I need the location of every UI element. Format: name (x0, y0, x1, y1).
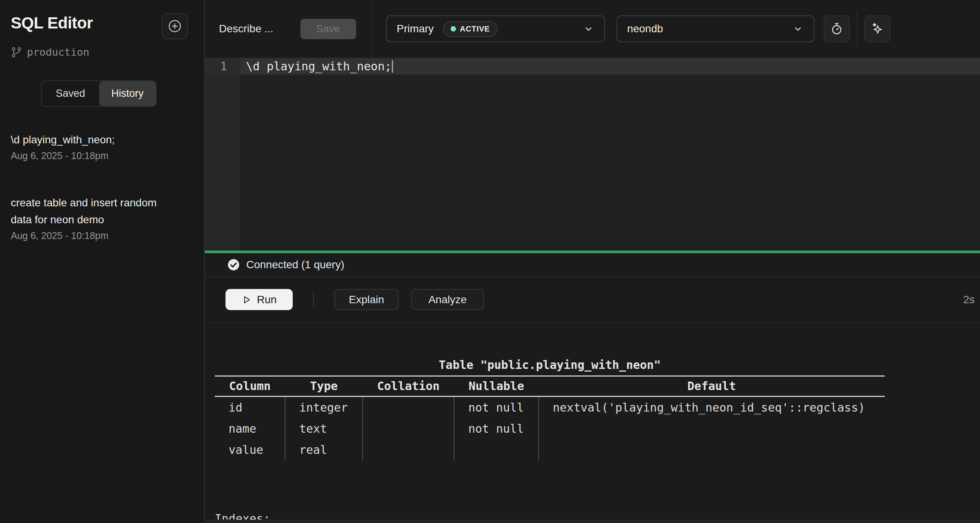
new-query-button[interactable] (162, 13, 188, 39)
toolbar-divider (371, 0, 372, 58)
play-icon (242, 295, 252, 305)
action-bar-divider (313, 292, 314, 307)
chevron-down-icon (792, 23, 804, 35)
result-table: Column Type Collation Nullable Default i… (215, 375, 885, 460)
query-history-button[interactable] (824, 15, 850, 42)
git-branch-icon (11, 46, 22, 58)
app-window: SQL Editor (0, 0, 980, 523)
result-table-title: Table "public.playing_with_neon" (215, 354, 885, 375)
action-bar: Run Explain Analyze 2s (205, 277, 980, 323)
main-panel: Describe ... Save Primary ACTIVE neondb (205, 0, 980, 523)
cell (454, 439, 539, 460)
editor-gutter (205, 58, 240, 251)
horizontal-scrollbar-track (205, 520, 980, 523)
tab-history[interactable]: History (99, 81, 156, 106)
cell: text (285, 418, 363, 439)
branch-select-value: Primary (397, 23, 434, 35)
toolbar-divider (857, 11, 857, 46)
cell (539, 418, 885, 439)
save-button[interactable]: Save (300, 19, 356, 39)
sidebar-header: SQL Editor (11, 14, 193, 39)
chevron-down-icon (583, 23, 594, 35)
column-header: Nullable (454, 376, 539, 397)
toolbar: Describe ... Save Primary ACTIVE neondb (205, 0, 980, 58)
page-title: SQL Editor (11, 14, 93, 32)
column-header: Collation (363, 376, 454, 397)
connection-status-text: Connected (1 query) (246, 259, 344, 271)
history-item[interactable]: create table and insert random data for … (11, 194, 193, 241)
history-item-title: create table and insert random data for … (11, 194, 180, 228)
sparkles-icon (870, 22, 885, 36)
cell: name (215, 418, 285, 439)
cell (363, 418, 454, 439)
branch-select[interactable]: Primary ACTIVE (386, 15, 605, 42)
cell: id (215, 397, 285, 418)
table-row: id integer not null nextval('playing_wit… (215, 397, 885, 418)
history-item-title: \d playing_with_neon; (11, 131, 180, 148)
query-duration: 2s (963, 294, 976, 306)
code-content: \d playing_with_neon; (246, 60, 391, 73)
cell (363, 397, 454, 418)
saved-history-toggle: Saved History (41, 80, 157, 107)
cell: not null (454, 397, 539, 418)
history-item-timestamp: Aug 6, 2025 - 10:18pm (11, 230, 193, 241)
query-progress-bar (205, 251, 980, 253)
cell: integer (285, 397, 363, 418)
check-circle-icon (227, 259, 240, 271)
cell: value (215, 439, 285, 460)
run-button[interactable]: Run (226, 289, 293, 310)
column-header: Column (215, 376, 285, 397)
table-row: name text not null (215, 418, 885, 439)
line-number: 1 (205, 58, 240, 75)
cell: not null (454, 418, 539, 439)
database-select-value: neondb (627, 23, 663, 35)
explain-button[interactable]: Explain (334, 289, 399, 310)
editor-active-line[interactable]: 1 \d playing_with_neon; (205, 58, 980, 75)
code-text[interactable]: \d playing_with_neon; (240, 58, 980, 75)
status-badge-label: ACTIVE (460, 25, 490, 33)
plus-circle-icon (167, 19, 182, 33)
branch-name: production (27, 46, 90, 58)
text-cursor (392, 60, 393, 73)
ai-assistant-button[interactable] (864, 15, 890, 42)
psql-output: Table "public.playing_with_neon" Column … (215, 354, 885, 523)
database-select[interactable]: neondb (617, 15, 814, 42)
branch-indicator: production (11, 46, 193, 58)
cell: real (285, 439, 363, 460)
table-row: value real (215, 439, 885, 460)
status-badge: ACTIVE (443, 21, 497, 37)
connection-status-bar: Connected (1 query) (205, 253, 980, 277)
active-dot-icon (451, 26, 456, 32)
sidebar: SQL Editor (0, 0, 205, 523)
sql-editor[interactable]: 1 \d playing_with_neon; (205, 58, 980, 251)
result-header-row: Column Type Collation Nullable Default (215, 376, 885, 397)
results-panel: Table "public.playing_with_neon" Column … (205, 323, 980, 523)
history-list: \d playing_with_neon; Aug 6, 2025 - 10:1… (11, 131, 193, 241)
history-item-timestamp: Aug 6, 2025 - 10:18pm (11, 150, 193, 161)
cell (539, 439, 885, 460)
analyze-button[interactable]: Analyze (411, 289, 484, 310)
history-item[interactable]: \d playing_with_neon; Aug 6, 2025 - 10:1… (11, 131, 193, 161)
column-header: Type (285, 376, 363, 397)
query-title[interactable]: Describe ... (219, 23, 274, 35)
run-button-label: Run (257, 294, 277, 306)
indexes-block: Indexes: "playing_with_neon_pkey" PRIMAR… (215, 466, 885, 523)
stopwatch-icon (830, 22, 844, 36)
cell (363, 439, 454, 460)
column-header: Default (539, 376, 885, 397)
tab-saved[interactable]: Saved (42, 81, 99, 106)
cell: nextval('playing_with_neon_id_seq'::regc… (539, 397, 885, 418)
